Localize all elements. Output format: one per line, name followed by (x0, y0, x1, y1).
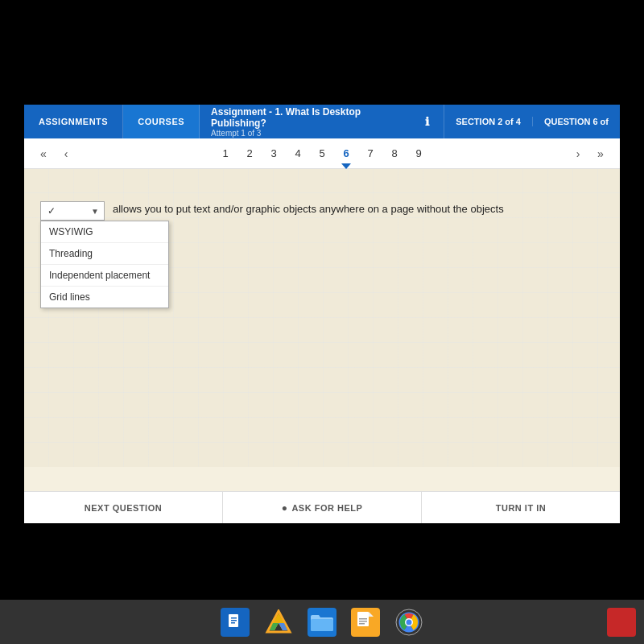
assignments-label: ASSIGNMENTS (39, 117, 108, 126)
first-page-button[interactable]: « (32, 142, 55, 165)
svg-rect-16 (359, 623, 365, 625)
folder-taskbar-icon[interactable] (308, 608, 336, 637)
chrome-taskbar-icon[interactable] (394, 608, 423, 637)
nav-bar: ASSIGNMENTS COURSES Assignment - 1. What… (24, 105, 620, 138)
courses-nav[interactable]: COURSES (123, 105, 200, 138)
last-page-button[interactable]: » (589, 142, 612, 165)
option-threading[interactable]: Threading (41, 243, 168, 265)
option-independent-placement[interactable]: Independent placement (41, 265, 168, 287)
page-2[interactable]: 2 (239, 143, 260, 164)
answer-dropdown-container: ✓ ▼ WSYIWIG Threading Independent placem… (40, 201, 105, 221)
turn-it-in-label: TURN IT IN (496, 503, 546, 513)
question-badge: QUESTION 6 of (533, 117, 620, 126)
drive-taskbar-icon[interactable] (264, 608, 293, 637)
page-numbers: 1 2 3 4 5 6 7 8 9 (77, 143, 567, 164)
docs-taskbar-icon[interactable] (351, 608, 380, 637)
svg-rect-15 (359, 621, 367, 622)
assignment-info: Assignment - 1. What Is Desktop Publishi… (200, 105, 411, 138)
svg-rect-11 (311, 619, 333, 631)
turn-it-in-button[interactable]: TURN IT IN (422, 492, 620, 523)
svg-rect-14 (359, 618, 367, 620)
assignment-title: Assignment - 1. What Is Desktop Publishi… (211, 106, 399, 129)
page-1[interactable]: 1 (215, 143, 236, 164)
prev-page-button[interactable]: ‹ (55, 142, 77, 165)
question-text: allows you to put text and/or graphic ob… (113, 201, 515, 233)
page-8[interactable]: 8 (384, 143, 405, 164)
dropdown-selected-value: ✓ (47, 205, 56, 217)
info-icon: ℹ (425, 115, 429, 128)
page-6[interactable]: 6 (336, 143, 357, 164)
dropdown-arrow-icon: ▼ (91, 207, 99, 216)
svg-rect-2 (231, 620, 237, 621)
next-question-button[interactable]: NEXT QUESTION (24, 492, 223, 523)
assignments-nav[interactable]: ASSIGNMENTS (24, 105, 123, 138)
courses-label: COURSES (138, 117, 184, 126)
page-9[interactable]: 9 (408, 143, 429, 164)
dropdown-trigger[interactable]: ✓ ▼ (40, 201, 105, 221)
page-3[interactable]: 3 (263, 143, 284, 164)
svg-rect-1 (231, 617, 237, 619)
screen: ASSIGNMENTS COURSES Assignment - 1. What… (24, 105, 620, 523)
footer-bar: NEXT QUESTION ● ASK FOR HELP TURN IT IN (24, 491, 620, 523)
red-button-taskbar[interactable] (607, 608, 636, 637)
taskbar (0, 600, 644, 644)
page-4[interactable]: 4 (287, 143, 308, 164)
svg-point-22 (407, 619, 412, 625)
page-7[interactable]: 7 (360, 143, 381, 164)
nav-right: ℹ SECTION 2 of 4 QUESTION 6 of (411, 105, 620, 138)
pagination-bar: « ‹ 1 2 3 4 5 6 7 8 9 › » (24, 138, 620, 169)
files-taskbar-icon[interactable] (221, 608, 250, 637)
section-badge: SECTION 2 of 4 (444, 117, 533, 126)
info-button[interactable]: ℹ (411, 105, 444, 138)
ask-for-help-button[interactable]: ● ASK FOR HELP (223, 492, 422, 523)
ask-for-help-label: ASK FOR HELP (291, 503, 362, 513)
main-content: ✓ ▼ WSYIWIG Threading Independent placem… (24, 169, 620, 467)
question-area: ✓ ▼ WSYIWIG Threading Independent placem… (40, 201, 604, 233)
page-5[interactable]: 5 (312, 143, 332, 164)
option-wsyiwig[interactable]: WSYIWIG (41, 221, 168, 243)
next-question-label: NEXT QUESTION (85, 503, 162, 513)
svg-rect-3 (231, 622, 235, 624)
assignment-subtitle: Attempt 1 of 3 (211, 129, 399, 138)
svg-marker-13 (369, 612, 374, 617)
ask-help-icon: ● (282, 502, 288, 514)
option-grid-lines[interactable]: Grid lines (41, 287, 168, 308)
next-page-button[interactable]: › (567, 142, 589, 165)
dropdown-menu: WSYIWIG Threading Independent placement … (40, 221, 169, 308)
